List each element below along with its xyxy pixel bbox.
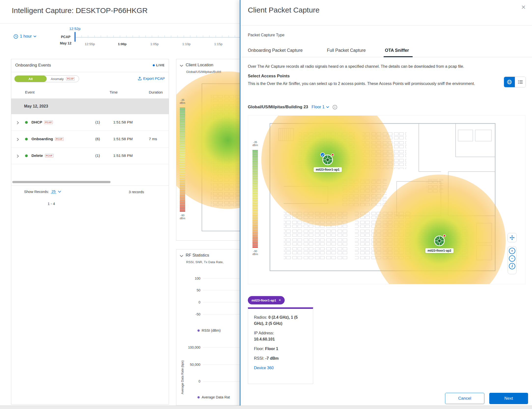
alert-dot: [443, 234, 446, 237]
y-tick: 50,000: [178, 363, 200, 367]
time-range-dropdown[interactable]: 1 hour: [14, 34, 36, 39]
scale-min-label: -90dBm: [178, 214, 187, 220]
y-tick: 50: [178, 288, 200, 292]
column-header-event: Event: [25, 90, 34, 94]
timeline-tick: 12:55p: [85, 42, 95, 46]
ap-marker-mil23-floor1-ap1[interactable]: [322, 154, 333, 165]
ip-label: IP Address:: [254, 330, 307, 336]
info-icon[interactable]: [333, 105, 337, 109]
floor-value: Floor 1: [265, 347, 278, 351]
floor-selector[interactable]: Floor 1: [312, 105, 329, 109]
header-divider: [0, 23, 240, 24]
event-count: (1): [95, 120, 100, 124]
y-tick: 0: [178, 379, 200, 383]
page-title: Intelligent Capture: DESKTOP-P66HKGR: [12, 6, 148, 15]
client-location-title: Client Location: [186, 63, 213, 68]
map-info-icon[interactable]: i: [509, 263, 515, 269]
expand-chevron-icon[interactable]: [17, 121, 19, 124]
pan-control[interactable]: [507, 233, 517, 242]
column-header-duration: Duration: [149, 90, 163, 94]
rssi-value: -7 dBm: [265, 356, 279, 360]
client-packet-capture-panel: × Client Packet Capture Packet Capture T…: [240, 0, 532, 409]
page-bottom-scrollbar[interactable]: [0, 406, 532, 409]
collapse-chevron-icon[interactable]: [180, 65, 183, 67]
legend-dot-icon: [197, 329, 200, 332]
filter-anomaly-button[interactable]: Anomaly PCAP: [47, 76, 79, 82]
list-view-button[interactable]: [515, 77, 526, 87]
horizontal-scrollbar[interactable]: [12, 181, 111, 183]
close-icon[interactable]: ×: [521, 3, 526, 11]
selected-check-badge: [320, 152, 325, 157]
chip-close-icon[interactable]: ×: [279, 298, 281, 302]
ap-ip-address: IP Address: 10.4.60.101: [254, 330, 307, 342]
pagination-range[interactable]: 1 - 4: [48, 202, 55, 206]
scale-min-label: -90dBm: [251, 250, 259, 256]
selected-ap-chip-label: mil23-floor1-ap1: [252, 299, 276, 302]
floor-selector-label: Floor 1: [312, 105, 325, 109]
ap-details-card: Radios: 0 (2.4 GHz), 1 (5 GHz), 2 (5 GHz…: [248, 307, 313, 384]
active-tab-underline: [384, 56, 413, 57]
event-time: 1:51:58 PM: [113, 153, 133, 158]
y-tick: 0: [178, 300, 200, 304]
row-pcap-tag: PCAP: [55, 137, 64, 141]
timeline-tick: 1:00p: [118, 42, 126, 46]
alert-dot: [331, 153, 334, 156]
export-icon: [138, 77, 142, 81]
filter-all-button[interactable]: All: [14, 76, 47, 82]
capture-timeline[interactable]: 12:52p PCAP May 12 12:55p 1:00p 1:05p 1:…: [59, 25, 240, 49]
tab-ota-sniffer[interactable]: OTA Sniffer: [385, 48, 409, 53]
show-records-label: Show Records:: [24, 190, 49, 194]
expand-chevron-icon[interactable]: [17, 154, 19, 158]
legend-dot-icon: [197, 396, 200, 398]
tab-full-packet-capture[interactable]: Full Packet Capture: [327, 48, 366, 53]
scale-max-label: -35dBm: [178, 98, 187, 104]
export-pcap-button[interactable]: Export PCAP: [138, 76, 165, 81]
scale-max-label: -35dBm: [251, 141, 259, 147]
event-row-dhcp[interactable]: DHCP PCAP (1) 1:51:58 PM: [11, 114, 169, 131]
event-filter-toggle: All Anomaly PCAP: [14, 75, 79, 82]
rf-statistics-subtitle: RSSI, SNR, Tx Data Rate,: [186, 260, 224, 264]
expand-chevron-icon[interactable]: [17, 138, 19, 141]
time-range-label: 1 hour: [20, 34, 32, 39]
rssi-color-scale: [252, 150, 258, 248]
event-count: (6): [95, 137, 100, 141]
selected-ap-chip[interactable]: mil23-floor1-ap1 ×: [248, 296, 285, 304]
ap-rssi: RSSI: -7 dBm: [254, 355, 307, 361]
chevron-down-icon[interactable]: [58, 191, 61, 193]
next-button[interactable]: Next: [489, 393, 528, 404]
ap-marker-mil23-floor1-ap2[interactable]: [434, 235, 445, 246]
device-360-link[interactable]: Device 360: [254, 366, 274, 370]
event-row-onboarding[interactable]: Onboarding PCAP (6) 1:51:58 PM 7 ms: [11, 131, 169, 148]
timeline-date-label: May 12: [60, 41, 71, 45]
check-icon: [322, 154, 324, 156]
globe-icon: [507, 79, 512, 85]
date-group-label: May 12, 2023: [24, 104, 48, 109]
collapse-chevron-icon[interactable]: [180, 255, 183, 257]
filter-all-label: All: [28, 77, 33, 81]
ap-radios: Radios: 0 (2.4 GHz), 1 (5 GHz), 2 (5 GHz…: [254, 314, 307, 327]
rf-statistics-title: RF Statistics: [186, 253, 209, 258]
status-dot: [25, 121, 28, 124]
event-row-delete[interactable]: Delete PCAP (1) 1:51:58 PM: [11, 148, 169, 164]
onboarding-events-title: Onboarding Events: [15, 63, 51, 68]
event-duration: 7 ms: [149, 137, 157, 141]
rssi-label: RSSI:: [254, 356, 264, 360]
export-pcap-label: Export PCAP: [143, 76, 165, 81]
ap-label-mil23-floor1-ap1: mil23-floor1-ap1: [314, 167, 342, 172]
page-size-select[interactable]: 25: [51, 189, 56, 194]
packet-capture-type-label: Packet Capture Type: [248, 33, 284, 37]
live-dot: [153, 64, 155, 66]
event-name: Onboarding: [31, 137, 53, 141]
cancel-button[interactable]: Cancel: [445, 393, 484, 404]
floor-label: Floor:: [254, 347, 264, 351]
tab-onboarding-packet-capture[interactable]: Onboarding Packet Capture: [248, 48, 303, 53]
zoom-out-icon[interactable]: −: [509, 255, 515, 262]
timeline-playhead[interactable]: [74, 32, 76, 42]
rssi-color-scale: [180, 108, 185, 212]
map-view-button[interactable]: [504, 77, 515, 87]
date-group-row: May 12, 2023: [11, 98, 169, 114]
floor-map[interactable]: mil23-floor1-ap1 mil23-floor1-ap2 -35dBm…: [248, 115, 525, 284]
zoom-in-icon[interactable]: +: [509, 248, 515, 254]
clock-icon: [14, 34, 18, 39]
zoom-control-group: + − i: [508, 246, 517, 274]
